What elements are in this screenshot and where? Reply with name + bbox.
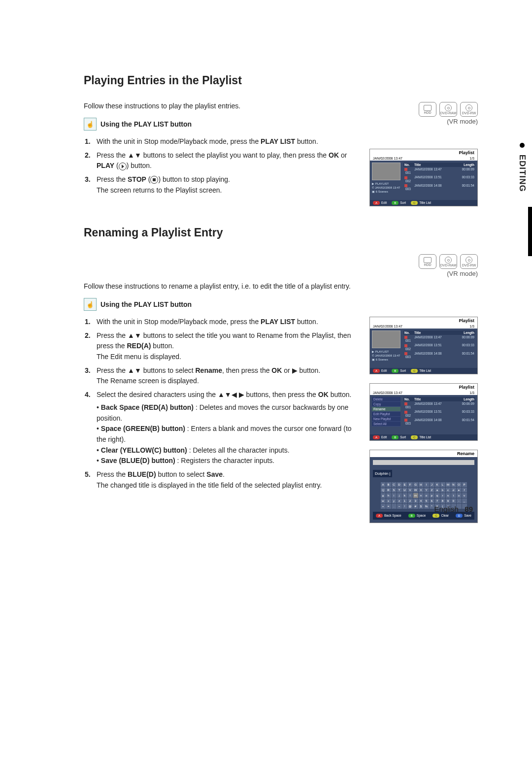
keyboard-key: s [446, 493, 451, 498]
playlist-screenshot-2: Playlist JAN/02/2008 13:471/3 ▶ PLAYLIST… [369, 317, 478, 374]
vr-mode-label: (VR mode) [419, 270, 478, 277]
keyboard-key: ~ [397, 504, 402, 509]
keyboard-key: O [457, 482, 462, 487]
keyboard-key: a [435, 488, 440, 493]
section1-intro: Follow these instructions to play the pl… [84, 102, 360, 110]
edit-menu: Delete Copy Rename Edit Playlist New Pla… [372, 397, 400, 427]
keyboard-key: b [440, 488, 445, 493]
step: Press the ▲▼ buttons to select the title… [94, 330, 360, 363]
keyboard-key: u [457, 493, 462, 498]
keyboard-key: 5 [424, 498, 429, 503]
keyboard-key: q [435, 493, 440, 498]
keyboard-key: 3 [413, 498, 418, 503]
keyboard-key: 2 [408, 498, 413, 503]
keyboard-key: # [413, 504, 418, 509]
keyboard-key: x [386, 498, 391, 503]
keyboard-key: P [462, 482, 467, 487]
keyboard-key: y [392, 498, 397, 503]
keyboard-key: W [413, 488, 418, 493]
keyboard-key: i [392, 493, 397, 498]
section2-subhead-label: Using the PLAY LIST button [100, 300, 192, 308]
playlist-screenshot-1: Playlist JAN/02/2008 13:471/3 ▶ PLAYLIST… [369, 149, 478, 206]
footer-page: 89 [465, 505, 473, 513]
keyboard-key: ! [402, 504, 407, 509]
keyboard-key: E [402, 482, 407, 487]
keyboard-key: R [386, 488, 391, 493]
keyboard-key: d [451, 488, 456, 493]
dvd-rw-icon: DVD-RW [460, 102, 478, 117]
keyboard-key: 1 [402, 498, 407, 503]
section2-steps: With the unit in Stop mode/Playback mode… [84, 317, 360, 491]
keyboard-key: X [419, 488, 424, 493]
section1-subhead: ☝ Using the PLAY LIST button [84, 118, 360, 131]
side-black-bar [528, 207, 532, 256]
page-footer: English _89 [434, 505, 473, 513]
rename-field: Dolphin | [373, 470, 392, 477]
keyboard-key: Z [430, 488, 434, 493]
thumbnail [372, 163, 400, 180]
keyboard-key: U [402, 488, 407, 493]
keyboard-key: H [419, 482, 424, 487]
keyboard-key: G [413, 482, 418, 487]
keyboard-key: 8 [440, 498, 445, 503]
side-tab-label: EDITING [518, 155, 527, 192]
step: Select the desired characters using the … [94, 390, 360, 466]
keyboard-key: 4 [419, 498, 424, 503]
section1-title: Playing Entries in the Playlist [84, 74, 478, 87]
section1-subhead-label: Using the PLAY LIST button [100, 120, 192, 128]
hand-icon: ☝ [84, 118, 97, 131]
footer-lang: English [434, 505, 459, 513]
keyboard-key: S [392, 488, 397, 493]
keyboard-key: r [440, 493, 445, 498]
side-tab: EDITING [517, 143, 527, 192]
keyboard-key: m [413, 493, 418, 498]
keyboard-key: c [446, 488, 451, 493]
keyboard-key: 7 [435, 498, 440, 503]
keyboard-key: l [408, 493, 413, 498]
keyboard-key: = [386, 504, 391, 509]
vr-mode-label: (VR mode) [369, 118, 478, 125]
keyboard-key: n [419, 493, 424, 498]
keyboard-key: o [424, 493, 429, 498]
media-icon-row: HDD DVD-RAM DVD-RW (VR mode) [369, 102, 478, 140]
bullet: Back Space (RED(A) button) : Deletes and… [97, 402, 360, 424]
play-icon [119, 163, 127, 170]
keyboard-key: f [462, 488, 467, 493]
hdd-icon: HDD [419, 254, 436, 269]
keyboard-key: 0 [451, 498, 456, 503]
keyboard-key: B [386, 482, 391, 487]
keyboard-key: g [381, 493, 386, 498]
keyboard-key: C [392, 482, 397, 487]
keyboard-key: V [408, 488, 413, 493]
keyboard-key: ^ [430, 504, 434, 509]
section2-title: Renaming a Playlist Entry [84, 226, 478, 239]
bullet: Space (GREEN(B) button) : Enters a blank… [97, 424, 360, 445]
keyboard-key: t [451, 493, 456, 498]
dvd-rw-icon: DVD-RW [460, 254, 478, 269]
bullet: Save (BLUE(D) button) : Registers the ch… [97, 456, 360, 466]
keyboard-key: e [457, 488, 462, 493]
keyboard-key: T [397, 488, 402, 493]
section1-steps: With the unit in Stop mode/Playback mode… [84, 136, 360, 196]
stop-icon [150, 176, 158, 184]
section2-subhead: ☝ Using the PLAY LIST button [84, 298, 478, 311]
step: Press the ▲▼ buttons to select Rename, t… [94, 365, 360, 387]
step: Press the ▲▼ buttons to select the playl… [94, 150, 360, 171]
keyboard-key: 6 [430, 498, 434, 503]
bullet-icon [520, 143, 525, 148]
keyboard-key: w [381, 498, 386, 503]
hdd-icon: HDD [419, 102, 436, 117]
dvd-ram-icon: DVD-RAM [439, 102, 457, 117]
keyboard-key: D [397, 482, 402, 487]
keyboard-key: M [446, 482, 451, 487]
keyboard-key: j [397, 493, 402, 498]
keyboard-key: $ [419, 504, 424, 509]
bullet: Clear (YELLOW(C) button) : Deletes all t… [97, 445, 360, 456]
step: Press the BLUE(D) button to select Save.… [94, 469, 360, 491]
keyboard-key: J [430, 482, 434, 487]
keyboard-key: . [392, 504, 397, 509]
keyboard-key: @ [408, 504, 413, 509]
hand-icon: ☝ [84, 298, 97, 311]
playlist-screenshot-editmenu: Playlist JAN/02/2008 13:471/3 Delete Cop… [369, 383, 478, 441]
dvd-ram-icon: DVD-RAM [439, 254, 457, 269]
